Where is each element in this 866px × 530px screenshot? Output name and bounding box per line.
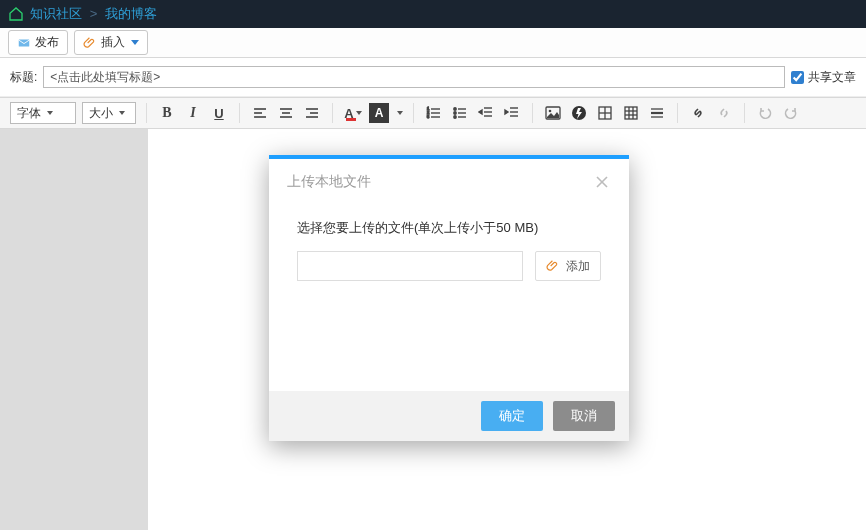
modal-prompt: 选择您要上传的文件(单次上传小于50 MB) — [297, 219, 601, 237]
modal-title: 上传本地文件 — [287, 173, 593, 191]
modal-footer: 确定 取消 — [269, 391, 629, 441]
modal-header: 上传本地文件 — [269, 159, 629, 201]
cancel-button[interactable]: 取消 — [553, 401, 615, 431]
clip-icon — [546, 259, 560, 273]
close-icon[interactable] — [593, 173, 611, 191]
add-file-button[interactable]: 添加 — [535, 251, 601, 281]
file-path-input[interactable] — [297, 251, 523, 281]
ok-button[interactable]: 确定 — [481, 401, 543, 431]
upload-modal: 上传本地文件 选择您要上传的文件(单次上传小于50 MB) 添加 确定 取消 — [269, 155, 629, 441]
file-row: 添加 — [297, 251, 601, 281]
add-file-label: 添加 — [566, 258, 590, 275]
modal-overlay: 上传本地文件 选择您要上传的文件(单次上传小于50 MB) 添加 确定 取消 — [0, 0, 866, 530]
modal-body: 选择您要上传的文件(单次上传小于50 MB) 添加 — [269, 201, 629, 391]
